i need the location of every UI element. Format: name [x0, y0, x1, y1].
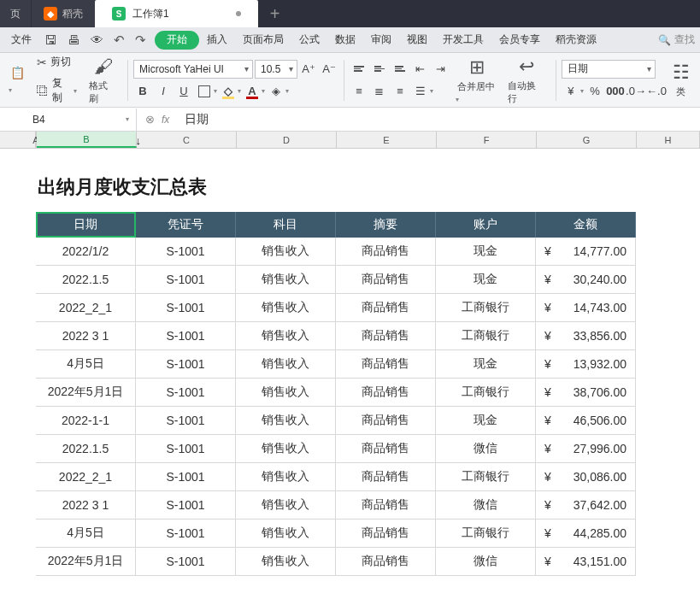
table-row[interactable]: 2022.1.5S-1001销售收入商品销售微信¥27,996.00: [36, 435, 636, 463]
cell-date[interactable]: 2022.1.5: [36, 435, 136, 462]
cell-subject[interactable]: 销售收入: [236, 491, 336, 519]
cell-subject[interactable]: 销售收入: [236, 266, 336, 293]
cell-subject[interactable]: 销售收入: [236, 379, 336, 406]
cell-account[interactable]: 微信: [436, 435, 536, 462]
cell-date[interactable]: 2022_2_1: [36, 463, 136, 490]
copy-button[interactable]: ⿻复制▾: [32, 74, 82, 107]
wrap-text-button[interactable]: ↩ 自动换行: [503, 54, 550, 107]
cell-voucher[interactable]: S-1001: [136, 491, 236, 519]
cell-date[interactable]: 2022年5月1日: [36, 379, 136, 406]
cell-date[interactable]: 2022_2_1: [36, 294, 136, 321]
cell-voucher[interactable]: S-1001: [136, 266, 236, 293]
header-amount[interactable]: 金额: [536, 212, 636, 238]
cell-amount[interactable]: ¥30,086.00: [536, 463, 636, 490]
search-box[interactable]: 🔍 查找: [658, 32, 700, 47]
cancel-icon[interactable]: ⊗: [145, 113, 155, 126]
col-header-H[interactable]: H: [637, 132, 700, 148]
menu-formula[interactable]: 公式: [291, 27, 327, 53]
font-color-button[interactable]: A: [243, 82, 262, 101]
cell-subject[interactable]: 销售收入: [236, 294, 336, 321]
bold-button[interactable]: B: [133, 82, 152, 101]
cell-summary[interactable]: 商品销售: [336, 463, 436, 490]
cell-summary[interactable]: 商品销售: [336, 520, 436, 547]
fill-color-button[interactable]: ◇: [219, 82, 238, 101]
cell-account[interactable]: 现金: [436, 238, 536, 265]
format-painter-button[interactable]: 🖌 格式刷: [84, 54, 122, 107]
cell-summary[interactable]: 商品销售: [336, 407, 436, 434]
cell-amount[interactable]: ¥37,642.00: [536, 491, 636, 519]
table-row[interactable]: 4月5日S-1001销售收入商品销售工商银行¥44,285.00: [36, 520, 636, 548]
header-subject[interactable]: 科目: [236, 212, 336, 238]
cell-subject[interactable]: 销售收入: [236, 322, 336, 349]
cell-date[interactable]: 2022/1/2: [36, 238, 136, 265]
percent-button[interactable]: %: [585, 82, 604, 101]
align-left-button[interactable]: ≡: [350, 82, 368, 101]
menu-insert[interactable]: 插入: [199, 27, 235, 53]
table-row[interactable]: 2022年5月1日S-1001销售收入商品销售工商银行¥38,706.00: [36, 379, 636, 407]
border-button[interactable]: [195, 82, 214, 101]
paste-button[interactable]: 📋: [5, 64, 30, 81]
cell-date[interactable]: 4月5日: [36, 520, 136, 547]
select-all-corner[interactable]: [0, 132, 36, 148]
cell-account[interactable]: 现金: [436, 350, 536, 378]
tab-home[interactable]: 页: [0, 0, 31, 27]
table-row[interactable]: 2022-1-1S-1001销售收入商品销售现金¥46,506.00: [36, 407, 636, 435]
cell-voucher[interactable]: S-1001: [136, 322, 236, 349]
name-box[interactable]: B4 ▾: [26, 109, 137, 131]
undo-icon[interactable]: ↶: [109, 32, 130, 48]
align-right-button[interactable]: ≡: [391, 82, 409, 101]
number-format-combo[interactable]: 日期: [562, 60, 656, 79]
cell-date[interactable]: 2022 3 1: [36, 491, 136, 519]
header-voucher[interactable]: 凭证号: [136, 212, 236, 238]
cell-account[interactable]: 微信: [436, 491, 536, 519]
increase-font-button[interactable]: A⁺: [299, 60, 318, 79]
header-date[interactable]: 日期: [36, 212, 136, 238]
cell-amount[interactable]: ¥27,996.00: [536, 435, 636, 462]
tab-workbook[interactable]: S 工作簿1: [95, 0, 258, 27]
indent-right-button[interactable]: ⇥: [432, 60, 450, 79]
menu-docer[interactable]: 稻壳资源: [548, 27, 604, 53]
decrease-decimal-button[interactable]: ←.0: [647, 82, 666, 101]
align-center-button[interactable]: ≣: [370, 82, 389, 101]
increase-decimal-button[interactable]: .0→: [626, 82, 645, 101]
header-summary[interactable]: 摘要: [336, 212, 436, 238]
cell-amount[interactable]: ¥14,777.00: [536, 238, 636, 265]
cell-amount[interactable]: ¥30,240.00: [536, 266, 636, 293]
print-icon[interactable]: 🖶: [62, 32, 85, 47]
cell-account[interactable]: 工商银行: [436, 322, 536, 349]
font-name-combo[interactable]: Microsoft YaHei UI: [133, 60, 253, 79]
paste-dropdown[interactable]: ▾: [5, 85, 30, 96]
menu-file[interactable]: 文件: [3, 27, 39, 53]
cell-voucher[interactable]: S-1001: [136, 520, 236, 547]
menu-dev[interactable]: 开发工具: [435, 27, 491, 53]
col-header-F[interactable]: F: [437, 132, 537, 148]
header-account[interactable]: 账户: [436, 212, 536, 238]
cell-account[interactable]: 现金: [436, 266, 536, 293]
table-row[interactable]: 2022年5月1日S-1001销售收入商品销售微信¥43,151.00: [36, 548, 636, 576]
cell-summary[interactable]: 商品销售: [336, 548, 436, 575]
menu-data[interactable]: 数据: [327, 27, 363, 53]
cell-voucher[interactable]: S-1001: [136, 379, 236, 406]
cell-voucher[interactable]: S-1001: [136, 238, 236, 265]
cell-subject[interactable]: 销售收入: [236, 520, 336, 547]
comma-button[interactable]: 000: [606, 82, 625, 101]
cell-summary[interactable]: 商品销售: [336, 435, 436, 462]
cell-account[interactable]: 工商银行: [436, 463, 536, 490]
formula-input[interactable]: 日期: [178, 112, 700, 127]
menu-start[interactable]: 开始: [155, 31, 199, 50]
cell-amount[interactable]: ¥46,506.00: [536, 407, 636, 434]
cell-amount[interactable]: ¥38,706.00: [536, 379, 636, 406]
cell-voucher[interactable]: S-1001: [136, 294, 236, 321]
underline-button[interactable]: U: [174, 82, 193, 101]
col-header-D[interactable]: D: [237, 132, 337, 148]
align-top-button[interactable]: [350, 60, 368, 79]
cell-account[interactable]: 微信: [436, 548, 536, 575]
cell-summary[interactable]: 商品销售: [336, 322, 436, 349]
cell-subject[interactable]: 销售收入: [236, 238, 336, 265]
cell-voucher[interactable]: S-1001: [136, 435, 236, 462]
redo-icon[interactable]: ↷: [130, 32, 151, 48]
align-bottom-button[interactable]: [391, 60, 409, 79]
cell-voucher[interactable]: S-1001: [136, 350, 236, 378]
menu-member[interactable]: 会员专享: [491, 27, 548, 53]
tab-docer[interactable]: ◆ 稻壳: [31, 0, 95, 27]
